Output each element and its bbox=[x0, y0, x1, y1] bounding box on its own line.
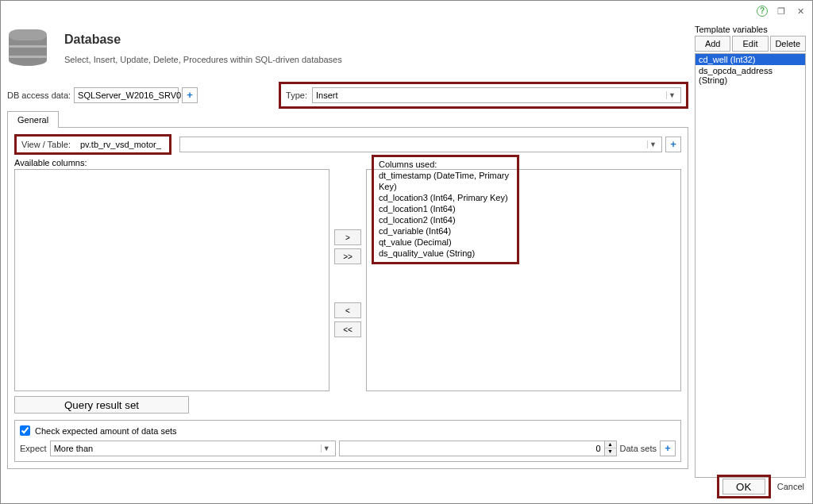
available-columns-list[interactable] bbox=[14, 169, 329, 391]
chevron-down-icon[interactable]: ▼ bbox=[647, 140, 658, 148]
tv-item[interactable]: ds_opcda_address (String) bbox=[695, 65, 805, 86]
check-expected-label: Check expected amount of data sets bbox=[35, 426, 177, 436]
move-left-button[interactable]: < bbox=[334, 302, 361, 318]
check-expected-checkbox[interactable] bbox=[20, 425, 30, 436]
viewtable-input[interactable] bbox=[77, 138, 164, 151]
help-icon[interactable]: ? bbox=[757, 6, 768, 17]
spin-up-icon[interactable]: ▲ bbox=[605, 441, 616, 448]
maximize-icon[interactable]: ❐ bbox=[776, 6, 787, 17]
tv-item-selected[interactable]: cd_well (Int32) bbox=[695, 54, 805, 65]
expect-count-input[interactable] bbox=[339, 441, 605, 456]
available-columns-label: Available columns: bbox=[14, 158, 329, 167]
tv-add-button[interactable]: Add bbox=[695, 36, 730, 52]
template-vars-list[interactable]: cd_well (Int32) ds_opcda_address (String… bbox=[695, 53, 806, 478]
template-vars-header: Template variables bbox=[695, 25, 806, 34]
expect-mode-select[interactable]: More than ▼ bbox=[50, 441, 336, 456]
expect-mode-value: More than bbox=[54, 444, 94, 453]
tv-edit-button[interactable]: Edit bbox=[732, 36, 768, 52]
move-all-left-button[interactable]: << bbox=[334, 321, 361, 337]
page-subtitle: Select, Insert, Update, Delete, Procedur… bbox=[64, 55, 342, 64]
ok-button[interactable]: OK bbox=[722, 479, 765, 494]
query-result-set-button[interactable]: Query result set bbox=[14, 396, 189, 414]
type-value: Insert bbox=[316, 90, 338, 100]
add-access-button[interactable]: + bbox=[182, 87, 198, 103]
page-title: Database bbox=[64, 33, 342, 47]
spin-down-icon[interactable]: ▼ bbox=[605, 448, 616, 456]
db-access-value: SQLServer_W2016_SRV01 bbox=[78, 90, 186, 100]
db-access-label: DB access data: bbox=[7, 90, 71, 100]
add-table-button[interactable]: + bbox=[665, 137, 681, 152]
datasets-label: Data sets bbox=[620, 444, 657, 453]
used-col-item[interactable]: cd_variable (Int64) bbox=[379, 225, 512, 237]
expect-label: Expect bbox=[20, 444, 47, 453]
used-col-item[interactable]: cd_location1 (Int64) bbox=[379, 203, 512, 214]
used-col-item[interactable]: ds_quality_value (String) bbox=[379, 248, 512, 259]
used-columns-label: Columns used: bbox=[379, 159, 512, 170]
move-right-button[interactable]: > bbox=[334, 229, 361, 245]
cancel-button[interactable]: Cancel bbox=[777, 482, 804, 491]
tab-general[interactable]: General bbox=[7, 111, 59, 128]
type-label: Type: bbox=[286, 90, 307, 100]
used-col-item[interactable]: qt_value (Decimal) bbox=[379, 237, 512, 248]
viewtable-label: View / Table: bbox=[21, 140, 71, 149]
chevron-down-icon[interactable]: ▼ bbox=[666, 91, 677, 99]
close-icon[interactable]: ✕ bbox=[795, 6, 806, 17]
db-access-select[interactable]: SQLServer_W2016_SRV01 ▼ bbox=[74, 87, 179, 103]
type-select[interactable]: Insert ▼ bbox=[312, 87, 681, 103]
used-col-item[interactable]: cd_location3 (Int64, Primary Key) bbox=[379, 192, 512, 203]
viewtable-select-remainder[interactable]: ▼ bbox=[179, 137, 662, 152]
move-all-right-button[interactable]: >> bbox=[334, 248, 361, 264]
chevron-down-icon[interactable]: ▼ bbox=[321, 444, 332, 452]
database-icon bbox=[9, 29, 48, 74]
used-col-item[interactable]: dt_timestamp (DateTime, Primary Key) bbox=[379, 170, 512, 192]
used-col-item[interactable]: cd_location2 (Int64) bbox=[379, 214, 512, 225]
tv-delete-button[interactable]: Delete bbox=[770, 36, 806, 52]
add-expect-button[interactable]: + bbox=[660, 441, 676, 456]
